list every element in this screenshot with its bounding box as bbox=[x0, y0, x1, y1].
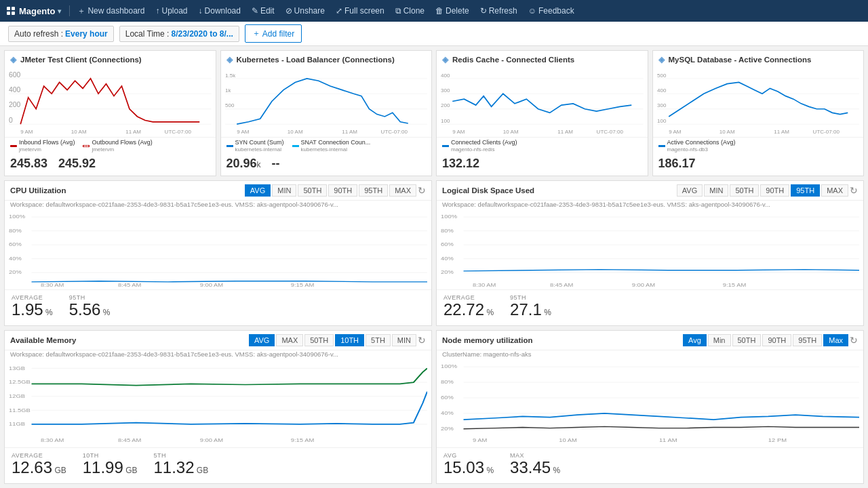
svg-text:UTC-07:00: UTC-07:00 bbox=[165, 129, 192, 135]
disk-refresh-icon[interactable]: ↻ bbox=[850, 185, 858, 196]
download-button[interactable]: ↓ Download bbox=[194, 4, 245, 18]
upload-button[interactable]: ↑ Upload bbox=[151, 4, 193, 18]
svg-text:20%: 20% bbox=[441, 270, 454, 276]
svg-text:10 AM: 10 AM bbox=[719, 129, 734, 135]
cpu-tab-avg[interactable]: AVG bbox=[245, 184, 271, 197]
edit-button[interactable]: ✎ Edit bbox=[247, 4, 279, 18]
svg-text:10 AM: 10 AM bbox=[559, 437, 577, 443]
brand-name: Magento bbox=[19, 6, 55, 16]
svg-text:8:45 AM: 8:45 AM bbox=[550, 282, 573, 288]
memory-tabs: AVG MAX 50TH 10TH 5TH MIN ↻ bbox=[249, 334, 426, 346]
node-memory-header-bar: Node memory utilization Avg Min 50TH 90T… bbox=[437, 331, 863, 350]
svg-text:12 PM: 12 PM bbox=[768, 437, 787, 443]
mem-stat-avg: AVERAGE 12.63 GB bbox=[12, 452, 66, 476]
svg-text:9:00 AM: 9:00 AM bbox=[200, 437, 223, 443]
node-memory-refresh-icon[interactable]: ↻ bbox=[850, 335, 858, 346]
svg-rect-1 bbox=[12, 7, 15, 10]
svg-text:8:30 AM: 8:30 AM bbox=[473, 282, 496, 288]
disk-stat-avg: AVERAGE 22.72 % bbox=[443, 294, 494, 319]
svg-text:11.5GB: 11.5GB bbox=[9, 407, 31, 413]
cpu-tab-min[interactable]: MIN bbox=[272, 184, 296, 197]
auto-refresh-selector[interactable]: Auto refresh : Every hour bbox=[8, 26, 114, 42]
clone-button[interactable]: ⧉ Clone bbox=[391, 4, 429, 18]
refresh-button[interactable]: ↻ Refresh bbox=[475, 4, 522, 18]
time-range-selector[interactable]: Local Time : 8/23/2020 to 8/... bbox=[119, 26, 239, 42]
feedback-button[interactable]: ☺ Feedback bbox=[524, 4, 579, 18]
memory-refresh-icon[interactable]: ↻ bbox=[418, 335, 426, 346]
disk-tabs: AVG MIN 50TH 90TH 95TH MAX ↻ bbox=[677, 184, 858, 197]
legend-connected-clients: Connected Clients (Avg)magento-nfs-redis bbox=[442, 139, 517, 152]
nm-tab-avg[interactable]: Avg bbox=[683, 334, 707, 346]
svg-text:UTC-07:00: UTC-07:00 bbox=[380, 129, 408, 135]
svg-text:9:15 AM: 9:15 AM bbox=[291, 437, 314, 443]
memory-header-bar: Available Memory AVG MAX 50TH 10TH 5TH M… bbox=[5, 331, 431, 350]
brand-logo: Magento ▾ bbox=[5, 5, 61, 16]
k8s-legend: SYN Count (Sum)kubernetes-internal SNAT … bbox=[221, 137, 432, 154]
cpu-refresh-icon[interactable]: ↻ bbox=[418, 185, 426, 196]
mem-tab-10th[interactable]: 10TH bbox=[335, 334, 364, 346]
disk-tab-avg[interactable]: AVG bbox=[677, 184, 703, 197]
svg-text:8:45 AM: 8:45 AM bbox=[118, 282, 141, 288]
new-dashboard-button[interactable]: ＋ New dashboard bbox=[73, 3, 149, 19]
mem-tab-avg[interactable]: AVG bbox=[249, 334, 275, 346]
legend-outbound: Outbound Flows (Avg)jmetervm bbox=[83, 139, 152, 152]
disk-tab-max[interactable]: MAX bbox=[821, 184, 848, 197]
disk-stat-95th: 95TH 27.1 % bbox=[510, 294, 551, 319]
plus-icon: ＋ bbox=[77, 5, 85, 17]
panel-mysql-header: ◈ MySQL Database - Active Connections bbox=[653, 51, 864, 66]
cpu-tab-90th[interactable]: 90TH bbox=[328, 184, 357, 197]
jmeter-legend: Inbound Flows (Avg)jmetervm Outbound Flo… bbox=[5, 137, 216, 154]
clone-icon: ⧉ bbox=[395, 6, 401, 16]
svg-text:80%: 80% bbox=[9, 228, 22, 234]
add-filter-icon: ＋ bbox=[252, 28, 260, 39]
nm-tab-max[interactable]: Max bbox=[823, 334, 848, 346]
mem-tab-min[interactable]: MIN bbox=[392, 334, 416, 346]
nm-tab-50th[interactable]: 50TH bbox=[732, 334, 762, 346]
svg-rect-0 bbox=[7, 7, 10, 10]
disk-tab-95th[interactable]: 95TH bbox=[791, 184, 820, 197]
disk-tab-50th[interactable]: 50TH bbox=[730, 184, 759, 197]
redis-stat: 132.12 bbox=[442, 157, 479, 171]
node-memory-tabs: Avg Min 50TH 90TH 95TH Max ↻ bbox=[683, 334, 858, 346]
svg-text:11 AM: 11 AM bbox=[659, 437, 677, 443]
nm-tab-min[interactable]: Min bbox=[708, 334, 731, 346]
panel-jmeter: ◈ JMeter Test Client (Connections) 600 4… bbox=[4, 50, 216, 176]
toolbar: Magento ▾ ＋ New dashboard ↑ Upload ↓ Dow… bbox=[0, 0, 868, 22]
disk-tab-min[interactable]: MIN bbox=[704, 184, 728, 197]
legend-inbound: Inbound Flows (Avg)jmetervm bbox=[10, 139, 75, 152]
delete-button[interactable]: 🗑 Delete bbox=[431, 4, 474, 18]
mem-tab-50th[interactable]: 50TH bbox=[304, 334, 334, 346]
nm-tab-90th[interactable]: 90TH bbox=[762, 334, 791, 346]
svg-text:60%: 60% bbox=[9, 242, 22, 248]
node-memory-cluster: ClusterName: magento-nfs-aks bbox=[437, 350, 863, 359]
svg-text:9 AM: 9 AM bbox=[669, 129, 681, 135]
cpu-tab-max[interactable]: MAX bbox=[389, 184, 416, 197]
svg-text:11 AM: 11 AM bbox=[342, 129, 357, 135]
cpu-tab-50th[interactable]: 50TH bbox=[298, 184, 327, 197]
svg-text:100%: 100% bbox=[9, 214, 25, 220]
svg-text:400: 400 bbox=[657, 87, 667, 94]
cpu-stat-avg: AVERAGE 1.95 % bbox=[12, 294, 53, 319]
node-memory-stats: Avg 15.03 % Max 33.45 % bbox=[437, 447, 863, 482]
disk-header-bar: Logical Disk Space Used AVG MIN 50TH 90T… bbox=[437, 181, 863, 201]
panel-redis: ◈ Redis Cache - Connected Clients 400 30… bbox=[436, 50, 648, 176]
svg-text:400: 400 bbox=[441, 73, 450, 79]
mem-tab-max[interactable]: MAX bbox=[276, 334, 303, 346]
mem-tab-5th[interactable]: 5TH bbox=[366, 334, 391, 346]
fullscreen-button[interactable]: ⤢ Full screen bbox=[331, 4, 389, 18]
redis-legend: Connected Clients (Avg)magento-nfs-redis bbox=[437, 137, 648, 154]
svg-text:200: 200 bbox=[441, 103, 450, 109]
add-filter-button[interactable]: ＋ Add filter bbox=[245, 24, 302, 43]
disk-tab-90th[interactable]: 90TH bbox=[760, 184, 789, 197]
mem-stat-10th: 10TH 11.99 GB bbox=[83, 452, 138, 476]
memory-stats: AVERAGE 12.63 GB 10TH 11.99 GB 5TH 11.32… bbox=[5, 447, 431, 482]
cpu-tab-95th[interactable]: 95TH bbox=[359, 184, 388, 197]
svg-text:40%: 40% bbox=[9, 256, 22, 262]
nm-tab-95th[interactable]: 95TH bbox=[793, 334, 822, 346]
brand-dropdown-icon[interactable]: ▾ bbox=[58, 7, 61, 15]
legend-outbound-color bbox=[83, 145, 90, 147]
jmeter-chart: 600 400 200 0 9 AM 10 AM 11 AM UTC-07:00 bbox=[5, 66, 216, 137]
trash-icon: 🗑 bbox=[435, 6, 443, 16]
svg-text:100%: 100% bbox=[441, 214, 457, 220]
unshare-button[interactable]: ⊘ Unshare bbox=[281, 4, 330, 18]
